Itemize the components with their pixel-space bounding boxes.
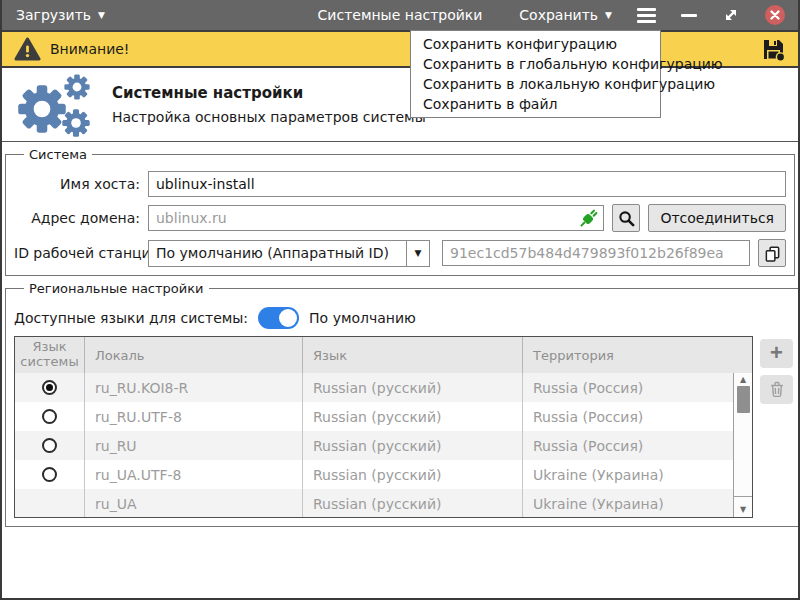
hostname-label: Имя хоста: — [14, 176, 140, 192]
cell-language: Russian (русский) — [303, 489, 523, 518]
regional-legend: Региональные настройки — [24, 281, 209, 296]
minimize-button[interactable] — [681, 14, 697, 17]
cell-system-language — [15, 460, 85, 489]
warning-icon — [14, 37, 41, 61]
table-row[interactable]: ru_UARussian (русский)Ukraine (Украина) — [15, 489, 752, 518]
page-title: Системные настройки — [112, 84, 426, 102]
copy-id-button[interactable] — [758, 239, 786, 267]
cell-locale: ru_RU.UTF-8 — [85, 402, 303, 431]
cell-system-language — [15, 431, 85, 460]
station-id-label: ID рабочей станции: — [14, 245, 140, 261]
station-id-mode-value: По умолчанию (Аппаратный ID) — [149, 241, 406, 266]
cell-locale: ru_RU.KOI8-R — [85, 373, 303, 402]
system-legend: Система — [24, 147, 92, 162]
locales-table-area: Язык системы Локаль Язык Территория ru_R… — [14, 336, 793, 518]
save-protected-icon[interactable] — [761, 37, 786, 62]
chevron-down-icon: ▼ — [406, 241, 429, 266]
cell-language: Russian (русский) — [303, 402, 523, 431]
search-icon — [618, 210, 635, 227]
cell-system-language — [15, 373, 85, 402]
cell-territory: Russia (Россия) — [523, 431, 752, 460]
save-menu-label: Сохранить — [519, 7, 598, 23]
languages-label: Доступные языки для системы: — [14, 310, 248, 326]
toggle-knob — [279, 309, 297, 327]
warning-label: Внимание! — [50, 41, 129, 57]
table-row[interactable]: ru_UA.UTF-8Russian (русский)Ukraine (Укр… — [15, 460, 752, 489]
cell-language: Russian (русский) — [303, 431, 523, 460]
languages-toggle[interactable] — [258, 307, 299, 329]
delete-locale-button[interactable] — [760, 375, 793, 404]
cell-language: Russian (русский) — [303, 460, 523, 489]
radio-button[interactable] — [42, 438, 57, 453]
station-id-value-field[interactable] — [442, 240, 750, 266]
cell-territory: Ukraine (Украина) — [523, 489, 752, 518]
domain-row: Адрес домена: Отсоединить — [14, 204, 786, 232]
system-section: Система Имя хоста: Адрес домена: — [5, 147, 795, 276]
domain-label: Адрес домена: — [14, 210, 140, 226]
close-button[interactable] — [765, 5, 785, 25]
save-menu-item[interactable]: Сохранить конфигурацию — [411, 34, 660, 54]
cell-system-language — [15, 489, 85, 518]
locales-table: Язык системы Локаль Язык Территория ru_R… — [14, 336, 753, 518]
titlebar: Загрузить ▼ Системные настройки Сохранит… — [2, 0, 798, 30]
close-icon — [770, 10, 780, 20]
add-locale-button[interactable]: + — [760, 339, 793, 368]
search-domain-button[interactable] — [612, 204, 640, 232]
radio-button[interactable] — [42, 467, 57, 482]
table-scrollbar[interactable]: ▲ ▼ — [733, 373, 752, 517]
copy-icon — [764, 245, 781, 262]
cell-system-language — [15, 402, 85, 431]
cell-territory: Russia (Россия) — [523, 373, 752, 402]
gears-icon — [12, 73, 104, 137]
window-title: Системные настройки — [318, 7, 483, 23]
cell-locale: ru_UA — [85, 489, 303, 518]
chevron-down-icon: ▼ — [98, 11, 105, 20]
trash-icon — [769, 381, 785, 398]
load-menu-label: Загрузить — [16, 7, 91, 23]
table-toolbar: + — [760, 336, 793, 404]
table-header-row: Язык системы Локаль Язык Территория — [15, 337, 752, 373]
domain-input[interactable] — [148, 205, 604, 231]
regional-section: Региональные настройки Доступные языки д… — [5, 281, 800, 527]
column-header-territory: Территория — [523, 337, 752, 373]
plug-connected-icon — [579, 209, 598, 228]
system-settings-window: Загрузить ▼ Системные настройки Сохранит… — [0, 0, 800, 600]
save-dropdown-menu: Сохранить конфигурациюСохранить в глобал… — [410, 30, 661, 118]
scroll-down-icon: ▼ — [740, 502, 746, 516]
cell-territory: Russia (Россия) — [523, 402, 752, 431]
hamburger-menu-icon[interactable] — [637, 8, 656, 23]
maximize-icon[interactable] — [722, 6, 740, 24]
cell-language: Russian (русский) — [303, 373, 523, 402]
table-row[interactable]: ru_RURussian (русский)Russia (Россия) — [15, 431, 752, 460]
table-row[interactable]: ru_RU.KOI8-RRussian (русский)Russia (Рос… — [15, 373, 752, 402]
hostname-row: Имя хоста: — [14, 171, 786, 197]
toggle-state-label: По умолчанию — [309, 310, 416, 326]
save-menu-item[interactable]: Сохранить в глобальную конфигурацию — [411, 54, 660, 74]
hostname-input[interactable] — [148, 171, 786, 197]
languages-row: Доступные языки для системы: По умолчани… — [14, 307, 793, 329]
chevron-down-icon: ▼ — [605, 11, 612, 20]
station-id-mode-select[interactable]: По умолчанию (Аппаратный ID) ▼ — [148, 240, 430, 267]
page-subtitle: Настройка основных параметров системы — [112, 109, 426, 125]
load-menu-button[interactable]: Загрузить ▼ — [2, 0, 119, 30]
cell-locale: ru_UA.UTF-8 — [85, 460, 303, 489]
cell-territory: Ukraine (Украина) — [523, 460, 752, 489]
save-menu-item[interactable]: Сохранить в файл — [411, 94, 660, 114]
scroll-down-button[interactable]: ▼ — [734, 496, 752, 517]
table-row[interactable]: ru_RU.UTF-8Russian (русский)Russia (Росс… — [15, 402, 752, 431]
disconnect-button[interactable]: Отсоединиться — [648, 204, 786, 232]
column-header-system-language: Язык системы — [15, 337, 85, 373]
scrollbar-thumb[interactable] — [737, 386, 750, 413]
save-menu-item[interactable]: Сохранить в локальную конфигурацию — [411, 74, 660, 94]
titlebar-controls: Сохранить ▼ — [519, 0, 798, 30]
save-menu-button[interactable]: Сохранить ▼ — [519, 7, 612, 23]
table-body: ru_RU.KOI8-RRussian (русский)Russia (Рос… — [15, 373, 752, 518]
cell-locale: ru_RU — [85, 431, 303, 460]
column-header-language: Язык — [303, 337, 523, 373]
station-id-row: ID рабочей станции: По умолчанию (Аппара… — [14, 239, 786, 267]
radio-button[interactable] — [42, 380, 57, 395]
scroll-up-icon[interactable]: ▲ — [740, 373, 746, 386]
column-header-locale: Локаль — [85, 337, 303, 373]
radio-button[interactable] — [42, 409, 57, 424]
